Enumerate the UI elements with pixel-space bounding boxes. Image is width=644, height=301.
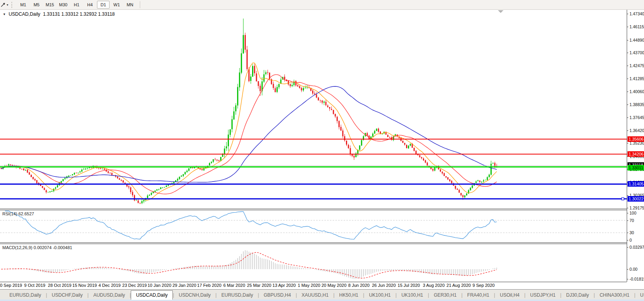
price-axis-label: 1.37645 [629, 115, 644, 120]
axis-tick-mark [627, 213, 628, 213]
macd-label: MACD(12,26,9) 0.002074 -0.000481 [2, 245, 72, 250]
rsi-axis-label: 30 [629, 230, 634, 235]
chart-tab-USOil-H4[interactable]: USOil,H4 [495, 291, 524, 299]
macd-axis-label: 0.032972 [629, 245, 644, 250]
chart-tab-EURUSD-Daily[interactable]: EURUSD,Daily [217, 291, 258, 299]
axis-tick-mark [627, 240, 628, 240]
axis-tick-mark [627, 195, 628, 196]
chart-tab-USDCAD-Daily[interactable]: USDCAD,Daily [131, 290, 173, 300]
chart-tab-USDCHF-Daily[interactable]: USDCHF,Daily [47, 291, 88, 299]
rsi-label: RSI(14) 62.6527 [2, 211, 34, 216]
chart-tab-EURUSD-Daily[interactable]: EURUSD,Daily [5, 291, 46, 299]
date-label: 9 Sep 2020 [467, 283, 500, 288]
axis-tick-mark [627, 27, 628, 27]
chart-tab-XAUUSD-H1[interactable]: XAUUSD,H1 [297, 291, 333, 299]
timeframe-button-M1[interactable]: M1 [17, 1, 29, 9]
macd-panel[interactable] [0, 244, 627, 282]
axis-tick-mark [627, 79, 628, 79]
macd-histogram [1, 250, 497, 279]
chart-tabs-bar: EURUSD,Daily|USDCHF,Daily|AUDUSD,Daily|U… [0, 289, 644, 299]
chart-tab-UK100-H1[interactable]: UK100,H1 [364, 291, 395, 299]
timeframe-button-W1[interactable]: W1 [110, 1, 123, 9]
chart-symbol-label: USDCAD,Daily [9, 11, 40, 17]
macd-axis-label: 0.00 [629, 267, 637, 272]
timeframe-button-H4[interactable]: H4 [84, 1, 96, 9]
chart-ohlc-values: 1.33131 1.33312 1.32932 1.33118 [43, 11, 115, 17]
price-axis-label: 1.46115 [629, 24, 644, 29]
rsi-line [5, 211, 497, 239]
axis-tick-mark [627, 247, 628, 248]
axis-tick-mark [627, 279, 628, 279]
price-axis-label: 1.43700 [629, 50, 644, 55]
date-axis[interactable]: 20 Sep 20199 Oct 201928 Oct 201915 Nov 2… [0, 282, 627, 288]
macd-axis-label: -0.018154 [629, 277, 644, 281]
chart-dropdown-icon[interactable]: ▼ [3, 13, 6, 16]
rsi-axis-label: 0 [629, 238, 632, 242]
timeframe-button-M30[interactable]: M30 [57, 1, 70, 9]
price-level-badge: 1.34206 [628, 151, 644, 157]
axis-tick-mark [627, 117, 628, 118]
timeframes-toolbar: ▾ M1M5M15M30H1H4D1W1MN [0, 0, 644, 10]
axis-tick-mark [627, 105, 628, 105]
rsi-axis-label: 100 [629, 211, 637, 215]
price-axis-label: 1.44890 [629, 38, 644, 42]
chart-tab-UK100-H1[interactable]: UK100,H1 [397, 291, 428, 299]
axis-tick-mark [627, 143, 628, 143]
price-axis-label: 1.42475 [629, 63, 644, 68]
axis-tick-mark [627, 269, 628, 270]
price-axis-label: 1.38835 [629, 102, 644, 107]
price-level-badge: 1.35606 [628, 136, 644, 142]
axis-tick-mark [627, 233, 628, 233]
chart-tab-GBPUSD-H4[interactable]: GBPUSD,H4 [259, 291, 296, 299]
price-axis-label: 1.36420 [629, 128, 644, 133]
axis-tick-mark [627, 92, 628, 92]
price-axis-label: 1.29175 [629, 206, 644, 210]
cursor-tool-button[interactable]: ▾ [0, 1, 9, 9]
axis-tick-mark [627, 14, 628, 14]
chart-tab-CHINA300-H1[interactable]: CHINA300,H1 [595, 291, 634, 299]
timeframe-button-D1[interactable]: D1 [97, 1, 110, 9]
price-axis-label: 1.47340 [629, 11, 644, 16]
ma-fast-line [1, 63, 497, 200]
axis-tick-mark [627, 66, 628, 66]
rsi-panel[interactable] [0, 210, 627, 243]
axis-tick-mark [627, 208, 628, 208]
price-level-badge: 1.30022 [628, 196, 644, 202]
chart-tab-GER30-H1[interactable]: GER30,H1 [429, 291, 461, 299]
price-level-badge: 1.33011 [628, 165, 644, 171]
price-level-badge: 1.31405 [628, 181, 644, 187]
crosshair-cursor-icon [0, 2, 6, 7]
price-axis-label: 1.40060 [629, 89, 644, 94]
chart-tab-USOil-H1[interactable]: USOil,H1 [635, 291, 644, 299]
timeframe-button-M15[interactable]: M15 [44, 1, 56, 9]
window-bottom-strip [0, 299, 644, 301]
price-axis[interactable]: 1.473401.461151.448901.437001.424751.412… [627, 10, 644, 282]
axis-tick-mark [627, 130, 628, 131]
level-line-handle [622, 198, 624, 200]
toolbar-grip[interactable] [11, 2, 14, 8]
chart-tab-USDCNH-Daily[interactable]: USDCNH,Daily [174, 291, 215, 299]
chart-shift-marker-icon [498, 10, 503, 13]
main-price-panel[interactable] [0, 10, 627, 209]
price-axis-label: 1.41285 [629, 76, 644, 81]
rsi-axis-label: 70 [629, 218, 634, 223]
chart-tab-HK50-H1[interactable]: HK50,H1 [335, 291, 363, 299]
mt4-window: ▾ M1M5M15M30H1H4D1W1MN ▼ USDCAD,Daily 1.… [0, 0, 644, 301]
timeframe-buttons: M1M5M15M30H1H4D1W1MN [16, 1, 137, 9]
timeframe-button-M5[interactable]: M5 [30, 1, 43, 9]
ma-slow-line [1, 86, 497, 182]
chart-tab-USDJPY-H1[interactable]: USDJPY,H1 [525, 291, 560, 299]
chart-title: ▼ USDCAD,Daily 1.33131 1.33312 1.32932 1… [3, 11, 115, 17]
timeframe-button-H1[interactable]: H1 [70, 1, 83, 9]
chart-tab-AUDUSD-Daily[interactable]: AUDUSD,Daily [89, 291, 130, 299]
toolbar-separator [140, 1, 140, 8]
axis-tick-mark [627, 40, 628, 40]
timeframe-button-MN[interactable]: MN [124, 1, 136, 9]
axis-tick-mark [627, 53, 628, 53]
chart-tab-FRA40-H1[interactable]: FRA40,H1 [463, 291, 494, 299]
chart-tab-DJ30-Daily[interactable]: DJ30,Daily [562, 291, 594, 299]
axis-tick-mark [627, 220, 628, 221]
dropdown-caret-icon: ▾ [7, 3, 8, 7]
